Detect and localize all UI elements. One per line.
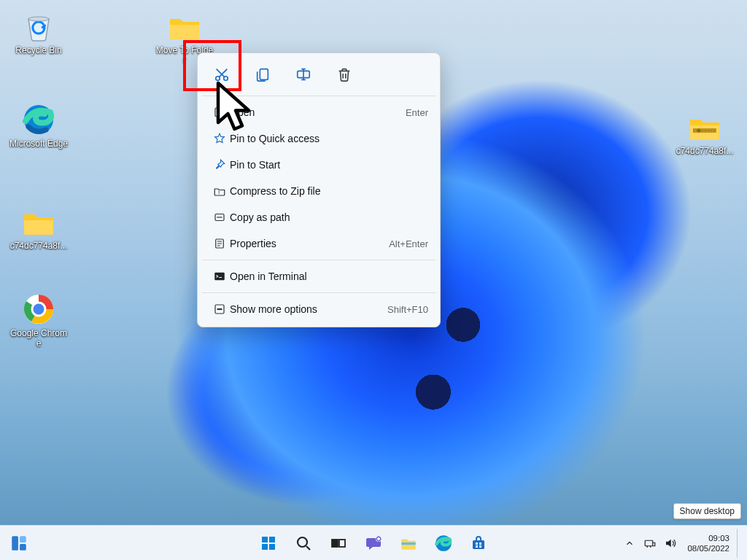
- taskbar-widgets[interactable]: [4, 529, 34, 558]
- search-icon: [295, 534, 312, 552]
- rename-button[interactable]: [291, 62, 316, 87]
- context-menu-iconbar: [202, 58, 436, 93]
- tray-network[interactable]: [640, 529, 659, 558]
- taskbar-store[interactable]: [464, 529, 493, 558]
- taskbar-file-explorer[interactable]: [394, 529, 423, 558]
- tray-chevron[interactable]: [620, 529, 639, 558]
- file-explorer-icon: [399, 534, 418, 553]
- menu-copy-path[interactable]: Copy as path: [202, 204, 436, 230]
- clock-date: 08/05/2022: [687, 543, 729, 553]
- svg-point-18: [221, 308, 222, 310]
- menu-compress-zip[interactable]: Compress to Zip file: [202, 178, 436, 204]
- taskbar-start[interactable]: [254, 529, 283, 558]
- chrome-icon: [21, 292, 56, 327]
- menu-label: Open: [230, 106, 406, 118]
- folder-icon: [167, 9, 202, 44]
- taskbar-search[interactable]: [289, 529, 318, 558]
- show-desktop-strip[interactable]: [737, 529, 744, 558]
- svg-rect-9: [260, 69, 268, 80]
- start-icon: [260, 534, 277, 552]
- menu-open[interactable]: Open Enter: [202, 99, 436, 125]
- svg-rect-34: [479, 542, 481, 545]
- svg-rect-24: [262, 544, 268, 550]
- desktop[interactable]: Recycle Bin Move To Folder Microsoft Edg…: [0, 0, 747, 560]
- svg-rect-28: [339, 540, 345, 547]
- svg-point-16: [217, 308, 219, 310]
- widgets-icon: [9, 534, 28, 553]
- svg-rect-25: [269, 544, 275, 550]
- rename-icon: [295, 66, 311, 82]
- icon-label: c74dc774a8f...: [9, 241, 69, 251]
- menu-label: Open in Terminal: [230, 271, 428, 282]
- network-icon: [643, 537, 657, 550]
- svg-rect-27: [332, 540, 338, 547]
- svg-rect-22: [262, 537, 268, 542]
- menu-open-terminal[interactable]: Open in Terminal: [202, 263, 436, 289]
- pin-icon: [209, 158, 230, 171]
- svg-rect-36: [479, 545, 481, 548]
- menu-show-more-options[interactable]: Show more options Shift+F10: [202, 296, 436, 322]
- tray-volume[interactable]: [661, 529, 680, 558]
- menu-label: Show more options: [230, 303, 387, 315]
- menu-label: Compress to Zip file: [230, 185, 428, 197]
- taskbar-clock[interactable]: 09:03 08/05/2022: [681, 533, 735, 553]
- svg-point-17: [219, 308, 220, 310]
- taskbar: 09:03 08/05/2022: [0, 525, 747, 560]
- svg-rect-23: [269, 537, 275, 542]
- icon-label: Google Chrome: [9, 328, 69, 349]
- taskbar-task-view[interactable]: [324, 529, 353, 558]
- menu-label: Copy as path: [230, 211, 428, 223]
- context-menu: Open Enter Pin to Quick access Pin to St…: [197, 52, 441, 327]
- more-options-icon: [209, 303, 230, 316]
- menu-shortcut: Shift+F10: [387, 304, 428, 315]
- store-icon: [470, 534, 487, 552]
- icon-label: Microsoft Edge: [9, 139, 69, 149]
- desktop-icon-zip-right[interactable]: c74dc774a8f...: [675, 109, 735, 156]
- terminal-icon: [209, 270, 230, 283]
- desktop-icon-chrome[interactable]: Google Chrome: [9, 292, 69, 349]
- svg-rect-37: [646, 540, 654, 546]
- task-view-icon: [330, 534, 347, 552]
- scissors-icon: [214, 66, 230, 82]
- recycle-bin-icon: [21, 9, 56, 44]
- desktop-icon-recycle-bin[interactable]: Recycle Bin: [9, 9, 69, 55]
- show-desktop-tooltip: Show desktop: [673, 503, 741, 519]
- svg-rect-14: [214, 273, 225, 281]
- svg-rect-20: [20, 536, 26, 542]
- menu-pin-quick-access[interactable]: Pin to Quick access: [202, 125, 436, 152]
- copy-path-icon: [209, 211, 230, 224]
- edge-icon: [434, 534, 453, 553]
- menu-label: Properties: [230, 238, 389, 249]
- delete-button[interactable]: [332, 62, 357, 87]
- copy-button[interactable]: [250, 62, 275, 87]
- svg-rect-19: [12, 536, 18, 551]
- menu-label: Pin to Start: [230, 159, 428, 171]
- menu-shortcut: Enter: [406, 107, 428, 118]
- svg-point-0: [28, 17, 49, 21]
- icon-label: Recycle Bin: [9, 45, 69, 55]
- properties-icon: [209, 237, 230, 250]
- zip-folder-icon: [687, 109, 722, 144]
- menu-properties[interactable]: Properties Alt+Enter: [202, 230, 436, 257]
- cut-button[interactable]: [209, 62, 234, 87]
- menu-pin-start[interactable]: Pin to Start: [202, 152, 436, 178]
- star-icon: [209, 132, 230, 145]
- taskbar-edge[interactable]: [429, 529, 458, 558]
- copy-icon: [255, 66, 271, 82]
- chat-icon: [365, 534, 382, 552]
- taskbar-chat[interactable]: [359, 529, 388, 558]
- desktop-icon-edge[interactable]: Microsoft Edge: [9, 102, 69, 149]
- svg-rect-33: [476, 542, 478, 545]
- menu-label: Pin to Quick access: [230, 133, 428, 144]
- svg-rect-30: [401, 542, 416, 544]
- icon-label: c74dc774a8f...: [675, 146, 735, 156]
- zip-icon: [209, 184, 230, 198]
- chevron-up-icon: [624, 538, 635, 548]
- edge-icon: [21, 102, 56, 137]
- menu-shortcut: Alt+Enter: [389, 238, 428, 249]
- svg-point-26: [298, 537, 307, 547]
- tooltip-label: Show desktop: [680, 506, 735, 516]
- desktop-icon-folder-left[interactable]: c74dc774a8f...: [9, 204, 69, 251]
- open-icon: [209, 106, 230, 119]
- svg-rect-35: [476, 545, 478, 548]
